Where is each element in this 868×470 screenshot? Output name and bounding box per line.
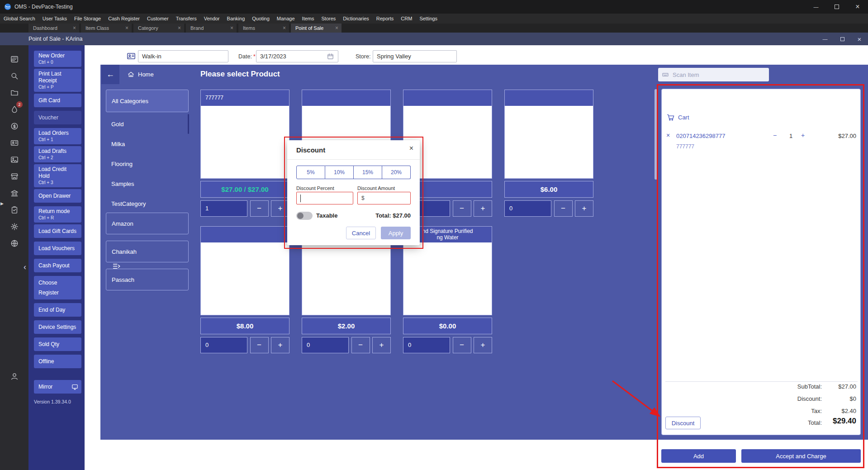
home-button[interactable]: Home bbox=[127, 71, 154, 78]
menu-items[interactable]: Items bbox=[299, 14, 318, 24]
menu-transfers[interactable]: Transfers bbox=[172, 14, 200, 24]
cart-qty-minus-icon[interactable] bbox=[773, 132, 777, 139]
menu-quoting[interactable]: Quoting bbox=[248, 14, 273, 24]
qty-input[interactable]: 0 bbox=[200, 337, 247, 353]
rail-promotions-icon[interactable]: 2 bbox=[0, 101, 28, 118]
nav-button-load-credit-hold[interactable]: Load Credit HoldCtrl + 3 bbox=[34, 164, 81, 187]
category-all-categories[interactable]: All Categories bbox=[106, 90, 189, 112]
rail-account-icon[interactable] bbox=[0, 372, 28, 381]
rail-tasks-icon[interactable] bbox=[0, 201, 28, 218]
qty-input[interactable]: 1 bbox=[200, 200, 247, 217]
rail-store-icon[interactable] bbox=[0, 168, 28, 185]
qty-plus-button[interactable] bbox=[575, 200, 593, 217]
menu-global-search[interactable]: Global Search bbox=[0, 14, 39, 24]
tab-close-icon[interactable] bbox=[230, 25, 233, 31]
rail-media-icon[interactable] bbox=[0, 151, 28, 168]
cart-qty-plus-icon[interactable] bbox=[801, 132, 805, 139]
rail-payments-icon[interactable] bbox=[0, 118, 28, 134]
apply-button-disabled[interactable]: Apply bbox=[381, 227, 411, 239]
nav-button-gift-card[interactable]: Gift Card bbox=[34, 94, 81, 107]
store-input[interactable] bbox=[373, 50, 457, 62]
qty-input[interactable]: 0 bbox=[302, 337, 349, 353]
remove-item-icon[interactable] bbox=[666, 132, 670, 139]
qty-plus-button[interactable] bbox=[271, 337, 289, 353]
menu-dictionaries[interactable]: Dictionaries bbox=[339, 14, 372, 24]
cancel-button[interactable]: Cancel bbox=[346, 227, 376, 239]
add-button[interactable]: Add bbox=[661, 449, 736, 463]
rail-folder-icon[interactable] bbox=[0, 84, 28, 101]
nav-button-sold-qty[interactable]: Sold Qty bbox=[34, 337, 81, 351]
category-testcategory[interactable]: TestCategory bbox=[106, 194, 189, 214]
category-gold[interactable]: Gold bbox=[106, 114, 189, 134]
percent-15-button[interactable]: 15% bbox=[354, 166, 382, 179]
tab-brand[interactable]: Brand bbox=[186, 24, 237, 33]
category-amazon[interactable]: Amazon bbox=[106, 213, 189, 234]
nav-button-load-vouchers[interactable]: Load Vouchers bbox=[34, 242, 81, 255]
product-card-777777[interactable]: 777777 bbox=[200, 90, 289, 179]
qty-input[interactable]: 0 bbox=[403, 337, 450, 353]
qty-plus-button[interactable] bbox=[372, 337, 391, 353]
nav-button-new-order[interactable]: New OrderCtrl + 0 bbox=[34, 51, 81, 67]
close-button[interactable] bbox=[847, 0, 868, 14]
menu-file-storage[interactable]: File Storage bbox=[71, 14, 104, 24]
qty-minus-button[interactable] bbox=[351, 337, 370, 353]
nav-button-voucher[interactable]: Voucher bbox=[34, 111, 81, 124]
nav-button-offline[interactable]: Offline bbox=[34, 355, 81, 368]
product-scrollbar[interactable] bbox=[655, 89, 657, 180]
category-scrollbar[interactable] bbox=[188, 114, 189, 134]
tab-close-icon[interactable] bbox=[73, 25, 76, 31]
rail-dashboard-icon[interactable] bbox=[0, 51, 28, 67]
tab-items[interactable]: Items bbox=[238, 24, 289, 33]
qty-minus-button[interactable] bbox=[250, 200, 269, 217]
nav-button-load-drafts[interactable]: Load DraftsCtrl + 2 bbox=[34, 146, 81, 162]
product-card[interactable] bbox=[504, 90, 593, 179]
accept-and-charge-button[interactable]: Accept and Charge bbox=[741, 449, 861, 463]
qty-input[interactable]: 0 bbox=[504, 200, 551, 217]
percent-20-button[interactable]: 20% bbox=[382, 166, 411, 179]
tab-point-of-sale[interactable]: Point of Sale bbox=[291, 24, 342, 33]
collapse-categories-icon[interactable] bbox=[111, 261, 121, 271]
percent-10-button[interactable]: 10% bbox=[325, 166, 354, 179]
minimize-button[interactable] bbox=[806, 0, 826, 14]
qty-plus-button[interactable] bbox=[474, 337, 492, 353]
percent-5-button[interactable]: 5% bbox=[296, 166, 325, 179]
nav-button-open-drawer[interactable]: Open Drawer bbox=[34, 189, 81, 203]
date-input[interactable] bbox=[256, 50, 338, 62]
menu-stores[interactable]: Stores bbox=[318, 14, 340, 24]
qty-plus-button[interactable] bbox=[271, 200, 289, 217]
menu-cash-register[interactable]: Cash Register bbox=[104, 14, 143, 24]
tab-close-icon[interactable] bbox=[283, 25, 286, 31]
rail-expand-icon[interactable]: ▶ bbox=[0, 201, 4, 206]
tab-item-class[interactable]: Item Class bbox=[81, 24, 132, 33]
tab-category[interactable]: Category bbox=[133, 24, 184, 33]
menu-crm[interactable]: CRM bbox=[397, 14, 416, 24]
nav-button-load-orders[interactable]: Load OrdersCtrl + 1 bbox=[34, 128, 81, 144]
category-milka[interactable]: Milka bbox=[106, 134, 189, 154]
category-flooring[interactable]: Flooring bbox=[106, 154, 189, 174]
calendar-icon[interactable] bbox=[327, 52, 334, 60]
taxable-toggle[interactable] bbox=[296, 212, 313, 220]
rail-customers-icon[interactable] bbox=[0, 134, 28, 151]
back-button[interactable] bbox=[101, 65, 119, 84]
tab-close-icon[interactable] bbox=[125, 25, 128, 31]
rail-bank-icon[interactable] bbox=[0, 185, 28, 201]
tab-close-icon[interactable] bbox=[178, 25, 181, 31]
menu-vendor[interactable]: Vendor bbox=[200, 14, 223, 24]
menu-reports[interactable]: Reports bbox=[373, 14, 398, 24]
menu-customer[interactable]: Customer bbox=[143, 14, 172, 24]
rail-search-icon[interactable] bbox=[0, 67, 28, 84]
customer-input[interactable] bbox=[138, 50, 228, 62]
category-passach[interactable]: Passach bbox=[106, 269, 189, 290]
pos-close-button[interactable] bbox=[851, 33, 868, 45]
nav-button-end-of-day[interactable]: End of Day bbox=[34, 303, 81, 317]
category-chanikah[interactable]: Chanikah bbox=[106, 241, 189, 262]
menu-banking[interactable]: Banking bbox=[223, 14, 249, 24]
rail-settings-icon[interactable] bbox=[0, 218, 28, 235]
product-card[interactable] bbox=[200, 226, 289, 315]
category-samples[interactable]: Samples bbox=[106, 174, 189, 194]
discount-button[interactable]: Discount bbox=[665, 417, 701, 429]
collapse-nav-icon[interactable]: ‹ bbox=[24, 262, 26, 272]
nav-button-choose-register[interactable]: Choose Register bbox=[34, 276, 81, 299]
nav-button-mirror[interactable]: Mirror bbox=[34, 380, 81, 394]
qty-minus-button[interactable] bbox=[453, 200, 471, 217]
